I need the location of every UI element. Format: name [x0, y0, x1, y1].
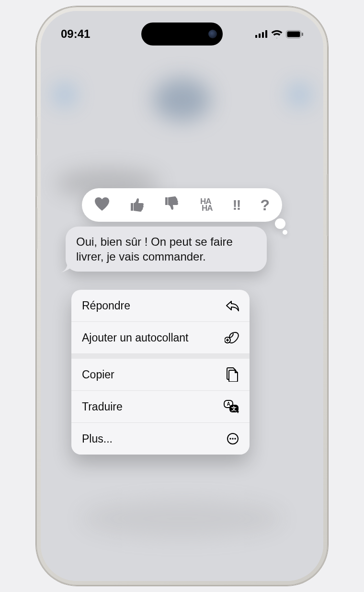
- tapback-heart[interactable]: [94, 197, 110, 213]
- thumbs-down-icon: [164, 196, 179, 212]
- side-button-silent: [36, 116, 37, 139]
- svg-rect-5: [287, 31, 300, 37]
- menu-separator: [71, 354, 250, 359]
- wifi-icon: [271, 30, 283, 38]
- side-button-vol-down: [36, 207, 37, 250]
- tapback-thumbs-down[interactable]: [164, 196, 179, 214]
- message-text: Oui, bien sûr ! On peut se faire livrer,…: [76, 235, 233, 263]
- thumbs-up-icon: [130, 196, 144, 212]
- menu-item-translate[interactable]: Traduire A 文: [71, 391, 250, 423]
- svg-point-13: [229, 438, 231, 439]
- reply-icon: [226, 300, 239, 311]
- sticker-icon: [225, 331, 239, 344]
- cellular-signal-icon: [255, 30, 268, 38]
- tapback-haha[interactable]: HA HA: [199, 198, 213, 212]
- tapback-bar: HA HA !! ?: [82, 188, 282, 222]
- tapback-tail: [283, 230, 287, 235]
- tapback-tail: [275, 218, 285, 229]
- svg-point-14: [232, 438, 233, 439]
- more-icon: [227, 433, 239, 445]
- status-time: 09:41: [61, 27, 90, 41]
- menu-item-more[interactable]: Plus...: [71, 423, 250, 455]
- front-camera: [208, 30, 217, 38]
- svg-rect-2: [262, 32, 264, 38]
- context-menu: Répondre Ajouter un autocollant Copier: [71, 290, 250, 455]
- dynamic-island: [141, 23, 223, 46]
- menu-label: Traduire: [82, 400, 123, 413]
- translate-icon: A 文: [224, 400, 239, 413]
- menu-item-sticker[interactable]: Ajouter un autocollant: [71, 322, 250, 354]
- svg-rect-6: [302, 33, 303, 36]
- menu-label: Copier: [82, 368, 114, 381]
- bubble-tail: [61, 261, 72, 273]
- svg-rect-1: [259, 34, 261, 38]
- menu-item-reply[interactable]: Répondre: [71, 290, 250, 322]
- heart-icon: [94, 197, 110, 211]
- side-button-vol-up: [36, 155, 37, 197]
- svg-text:文: 文: [231, 406, 237, 411]
- message-bubble[interactable]: Oui, bien sûr ! On peut se faire livrer,…: [66, 227, 267, 272]
- haha-icon: HA: [202, 205, 213, 212]
- menu-label: Répondre: [82, 299, 130, 312]
- svg-rect-3: [265, 30, 267, 38]
- battery-icon: [286, 30, 303, 38]
- phone-screen: 09:41: [41, 11, 323, 581]
- svg-point-15: [234, 438, 236, 439]
- side-button-power: [327, 174, 328, 236]
- phone-frame: 09:41: [36, 6, 328, 586]
- tapback-question[interactable]: ?: [260, 196, 270, 214]
- copy-icon: [227, 367, 239, 382]
- menu-label: Ajouter un autocollant: [82, 331, 189, 344]
- svg-text:A: A: [227, 401, 230, 407]
- svg-rect-0: [255, 35, 257, 38]
- tapback-exclaim[interactable]: !!: [232, 197, 240, 213]
- tapback-thumbs-up[interactable]: [130, 196, 144, 214]
- menu-item-copy[interactable]: Copier: [71, 359, 250, 391]
- menu-label: Plus...: [82, 433, 113, 445]
